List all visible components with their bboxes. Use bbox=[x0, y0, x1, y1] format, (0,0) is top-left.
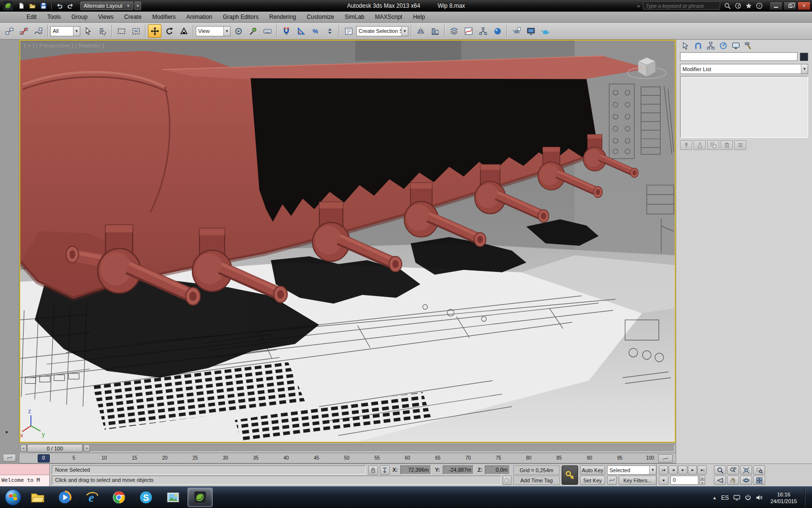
modifier-stack-list[interactable] bbox=[680, 76, 808, 138]
chrome-icon[interactable] bbox=[106, 488, 131, 507]
edit-named-selection-sets-icon[interactable] bbox=[342, 24, 355, 38]
bind-to-space-warp-icon[interactable] bbox=[31, 24, 45, 38]
set-key-button[interactable]: Set Key bbox=[580, 476, 605, 485]
use-pivot-point-center-icon[interactable] bbox=[232, 24, 245, 38]
mini-curve-editor-button[interactable] bbox=[3, 454, 16, 462]
absolute-offset-toggle[interactable] bbox=[380, 465, 390, 475]
communication-center-icon[interactable] bbox=[734, 1, 742, 10]
object-name-field[interactable] bbox=[680, 52, 798, 61]
menu-modifiers[interactable]: Modifiers bbox=[147, 12, 181, 22]
select-and-rotate-icon[interactable] bbox=[162, 24, 176, 38]
pan-button[interactable] bbox=[727, 476, 739, 485]
workspace-layout-dropdown[interactable]: Alternate Layout ▼ bbox=[80, 1, 133, 10]
tray-expand-icon[interactable]: ▲ bbox=[712, 495, 717, 500]
new-scene-icon[interactable] bbox=[16, 1, 26, 10]
select-and-link-icon[interactable] bbox=[2, 24, 16, 38]
chevron-down-icon[interactable]: ▼ bbox=[73, 27, 80, 36]
spinner-snap-toggle-icon[interactable] bbox=[323, 24, 336, 38]
select-and-manipulate-icon[interactable] bbox=[246, 24, 260, 38]
close-button[interactable]: × bbox=[798, 1, 811, 10]
snaps-toggle-icon[interactable]: 3 bbox=[279, 24, 293, 38]
default-in-out-tangents-button[interactable] bbox=[607, 476, 617, 485]
help-icon[interactable]: ? bbox=[755, 1, 764, 10]
add-time-tag[interactable]: Add Time Tag bbox=[513, 476, 560, 485]
zoom-button[interactable] bbox=[714, 465, 726, 475]
pin-stack-button[interactable] bbox=[680, 140, 692, 150]
menu-tools[interactable]: Tools bbox=[42, 12, 66, 22]
menu-views[interactable]: Views bbox=[93, 12, 119, 22]
minimize-button[interactable] bbox=[769, 1, 783, 10]
orbit-button[interactable] bbox=[740, 476, 752, 485]
redo-icon[interactable] bbox=[66, 1, 75, 10]
utilities-tab[interactable] bbox=[743, 41, 754, 51]
search-icon[interactable] bbox=[723, 1, 732, 10]
layer-manager-icon[interactable] bbox=[447, 24, 461, 38]
time-slider-handle[interactable]: 0 / 100 bbox=[27, 444, 83, 452]
save-file-icon[interactable] bbox=[39, 1, 48, 10]
object-color-swatch[interactable] bbox=[800, 53, 808, 61]
display-tab[interactable] bbox=[730, 41, 741, 51]
modify-tab[interactable] bbox=[693, 41, 703, 51]
select-by-name-icon[interactable] bbox=[96, 24, 109, 38]
x-coordinate-field[interactable]: 72,396m bbox=[400, 465, 431, 475]
skype-icon[interactable]: S bbox=[133, 488, 159, 507]
y-coordinate-field[interactable]: -24,887m bbox=[443, 465, 474, 475]
mirror-icon[interactable] bbox=[414, 24, 427, 38]
selection-filter-dropdown[interactable]: All▼ bbox=[50, 26, 80, 36]
rectangular-selection-region-icon[interactable] bbox=[115, 24, 128, 38]
viewport-perspective[interactable]: z x y [ + ] [ Perspective ] [ Realistic … bbox=[19, 40, 676, 443]
menu-graph-editors[interactable]: Graph Editors bbox=[218, 12, 264, 22]
render-setup-icon[interactable] bbox=[509, 24, 523, 38]
spinner-down-icon[interactable]: ▼ bbox=[699, 480, 705, 485]
track-bar[interactable]: 0510152025303540455055606570758085909510… bbox=[19, 453, 676, 463]
remove-modifier-button[interactable] bbox=[721, 140, 733, 150]
menu-help[interactable]: Help bbox=[407, 12, 430, 22]
open-mini-curve-editor-button[interactable] bbox=[658, 454, 673, 463]
zoom-region-button[interactable] bbox=[753, 465, 765, 475]
select-and-scale-icon[interactable] bbox=[177, 24, 190, 38]
time-slider-track[interactable] bbox=[20, 445, 675, 452]
go-to-start-button[interactable]: |◄ bbox=[659, 465, 668, 475]
motion-tab[interactable] bbox=[718, 41, 728, 51]
key-filters-button[interactable]: Key Filters... bbox=[619, 476, 656, 485]
current-frame-field[interactable]: 0 bbox=[670, 476, 698, 485]
auto-key-button[interactable]: Auto Key bbox=[580, 465, 605, 475]
menu-group[interactable]: Group bbox=[66, 12, 93, 22]
keyboard-shortcut-override-icon[interactable] bbox=[261, 24, 274, 38]
hierarchy-tab[interactable] bbox=[705, 41, 716, 51]
percent-snap-toggle-icon[interactable]: % bbox=[308, 24, 322, 38]
chevron-down-icon[interactable]: ▼ bbox=[649, 466, 656, 474]
selection-lock-toggle[interactable] bbox=[368, 465, 378, 475]
infocenter-expand-icon[interactable]: » bbox=[637, 3, 640, 9]
create-tab[interactable] bbox=[680, 41, 691, 51]
previous-frame-arrow[interactable]: < bbox=[20, 445, 27, 452]
power-icon[interactable] bbox=[744, 494, 752, 502]
time-tag-icon[interactable] bbox=[503, 476, 511, 485]
previous-frame-button[interactable]: ◄ bbox=[668, 465, 678, 475]
3ds-max-app-menu-button[interactable] bbox=[2, 1, 14, 11]
z-coordinate-field[interactable]: 0,0m bbox=[485, 465, 510, 475]
key-filter-set-dropdown[interactable]: Selected ▼ bbox=[607, 465, 656, 475]
volume-icon[interactable] bbox=[755, 494, 763, 502]
curve-editor-icon[interactable] bbox=[462, 24, 475, 38]
menu-animation[interactable]: Animation bbox=[181, 12, 218, 22]
workspace-layout-options-button[interactable]: ▼ bbox=[134, 1, 141, 10]
go-to-end-button[interactable]: ►| bbox=[697, 465, 707, 475]
unlink-selection-icon[interactable] bbox=[17, 24, 30, 38]
viewport-label-menus[interactable]: [ + ] [ Perspective ] [ Realistic ] bbox=[24, 43, 104, 48]
language-indicator[interactable]: ES bbox=[721, 494, 729, 501]
angle-snap-toggle-icon[interactable] bbox=[294, 24, 307, 38]
named-selection-sets-dropdown[interactable]: Create Selection Se▼ bbox=[356, 26, 408, 36]
select-object-icon[interactable] bbox=[81, 24, 95, 38]
menu-simlab[interactable]: SimLab bbox=[339, 12, 370, 22]
select-and-move-icon[interactable] bbox=[148, 24, 161, 38]
internet-explorer-icon[interactable]: e bbox=[79, 488, 104, 507]
taskbar-clock[interactable]: 16:16 24/01/2015 bbox=[768, 491, 800, 505]
make-unique-button[interactable] bbox=[707, 140, 719, 150]
chevron-down-icon[interactable]: ▼ bbox=[801, 64, 808, 74]
chevron-down-icon[interactable]: ▼ bbox=[223, 27, 230, 36]
next-frame-arrow[interactable]: > bbox=[84, 445, 90, 452]
schematic-view-icon[interactable] bbox=[476, 24, 490, 38]
undo-icon[interactable] bbox=[55, 1, 64, 10]
restore-button[interactable] bbox=[783, 1, 797, 10]
